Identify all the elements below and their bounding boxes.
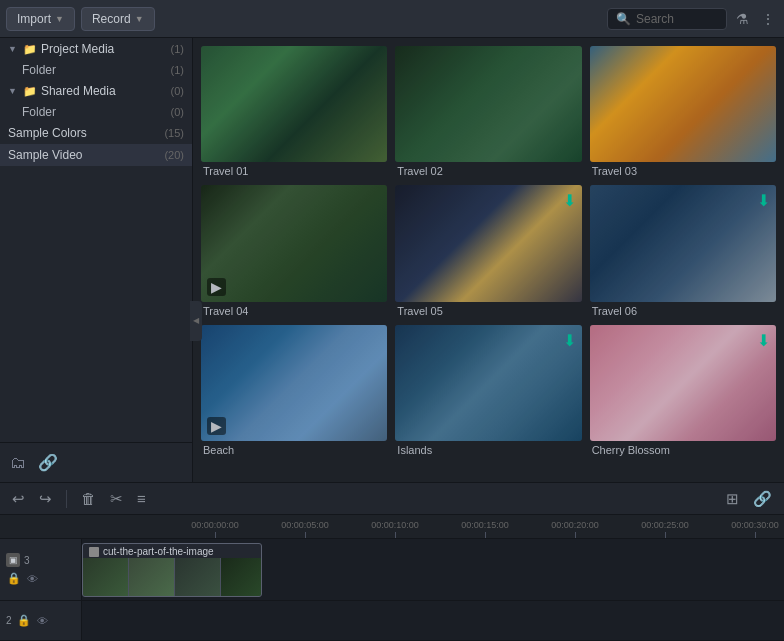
clip-header-1: cut-the-part-of-the-image	[83, 544, 261, 559]
track-visibility-button-2[interactable]: 👁	[36, 614, 49, 628]
main-content: ▼ 📁 Project Media (1) Folder (1) ▼ 📁 Sha…	[0, 38, 784, 482]
delete-button[interactable]: 🗑	[77, 488, 100, 509]
ruler-mark: 00:00:15:00	[440, 520, 530, 538]
sidebar-collapse-handle[interactable]: ◀	[190, 301, 193, 341]
media-thumb-travel01	[201, 46, 387, 162]
media-thumb-islands: ⬇	[395, 325, 581, 441]
track-clip-1[interactable]: cut-the-part-of-the-image	[82, 543, 262, 597]
media-thumb-travel05: ⬇	[395, 185, 581, 301]
project-folder-label: Folder	[22, 63, 167, 77]
undo-button[interactable]: ↩	[8, 488, 29, 510]
media-label-travel03: Travel 03	[590, 165, 776, 177]
ruler-mark: 00:00:05:00	[260, 520, 350, 538]
top-toolbar: Import ▼ Record ▼ 🔍 ⚗ ⋮	[0, 0, 784, 38]
sidebar-folder-shared[interactable]: Folder (0)	[0, 102, 192, 122]
sample-colors-label: Sample Colors	[8, 126, 160, 140]
media-label-travel05: Travel 05	[395, 305, 581, 317]
clip-frame-3	[175, 558, 221, 596]
media-label-travel06: Travel 06	[590, 305, 776, 317]
track-lock-button-1[interactable]: 🔒	[6, 571, 22, 586]
collapse-arrow-shared-icon: ▼	[8, 86, 17, 96]
ruler-label: 00:00:00:00	[191, 520, 239, 530]
track-content-2	[82, 601, 784, 640]
sidebar: ▼ 📁 Project Media (1) Folder (1) ▼ 📁 Sha…	[0, 38, 193, 482]
filter-button[interactable]: ⚗	[733, 8, 752, 30]
import-button[interactable]: Import ▼	[6, 7, 75, 31]
link-button[interactable]: 🔗	[36, 451, 60, 474]
ruler-label: 00:00:20:00	[551, 520, 599, 530]
media-thumb-travel03	[590, 46, 776, 162]
sidebar-item-project-media[interactable]: ▼ 📁 Project Media (1)	[0, 38, 192, 60]
track-lock-button-2[interactable]: 🔒	[16, 613, 32, 628]
ruler-tick	[575, 532, 576, 538]
more-options-button[interactable]: ⋮	[758, 8, 778, 30]
media-item-travel03[interactable]: Travel 03	[590, 46, 776, 177]
media-item-travel06[interactable]: ⬇Travel 06	[590, 185, 776, 316]
sidebar-item-sample-video[interactable]: Sample Video (20)	[0, 144, 192, 166]
clip-thumb-mini	[89, 547, 99, 557]
sidebar-item-shared-media[interactable]: ▼ 📁 Shared Media (0)	[0, 80, 192, 102]
track-content-1: cut-the-part-of-the-image	[82, 539, 784, 600]
track-number-1: 3	[24, 555, 30, 566]
track-thumb-icon: ▣	[6, 553, 20, 567]
properties-button[interactable]: ≡	[133, 488, 150, 509]
timeline-area: ↩ ↪ 🗑 ✂ ≡ ⊞ 🔗 00:00:00:0000:00:05:0000:0…	[0, 482, 784, 641]
ruler-mark: 00:00:00:00	[170, 520, 260, 538]
media-item-travel01[interactable]: Travel 01	[201, 46, 387, 177]
media-thumb-beach: ▶	[201, 325, 387, 441]
media-label-beach: Beach	[201, 444, 387, 456]
cut-button[interactable]: ✂	[106, 488, 127, 510]
media-label-travel02: Travel 02	[395, 165, 581, 177]
link-clips-button[interactable]: 🔗	[749, 488, 776, 510]
import-chevron-icon: ▼	[55, 14, 64, 24]
timeline-toolbar: ↩ ↪ 🗑 ✂ ≡ ⊞ 🔗	[0, 483, 784, 515]
ruler-tick	[305, 532, 306, 538]
media-thumb-cherry: ⬇	[590, 325, 776, 441]
media-label-cherry: Cherry Blossom	[590, 444, 776, 456]
download-badge-icon: ⬇	[563, 191, 576, 210]
play-icon: ▶	[207, 278, 226, 296]
ruler-tick	[665, 532, 666, 538]
folder-icon: 📁	[23, 43, 37, 56]
track-num-label-2: 2	[6, 615, 12, 626]
record-label: Record	[92, 12, 131, 26]
search-input[interactable]	[636, 12, 716, 26]
clip-frame-4	[221, 558, 261, 596]
clip-thumb-strip-1	[83, 558, 261, 596]
track-num-label: 3	[24, 555, 30, 566]
ruler-label: 00:00:25:00	[641, 520, 689, 530]
record-button[interactable]: Record ▼	[81, 7, 155, 31]
ruler-track: 00:00:00:0000:00:05:0000:00:10:0000:00:1…	[90, 515, 784, 538]
media-item-travel04[interactable]: ▶Travel 04	[201, 185, 387, 316]
import-label: Import	[17, 12, 51, 26]
ruler-mark: 00:00:20:00	[530, 520, 620, 538]
track-visibility-button-1[interactable]: 👁	[26, 572, 39, 586]
download-badge-icon: ⬇	[757, 191, 770, 210]
clip-frame-1	[83, 558, 129, 596]
media-item-cherry[interactable]: ⬇Cherry Blossom	[590, 325, 776, 456]
shared-media-label: Shared Media	[41, 84, 167, 98]
media-label-travel01: Travel 01	[201, 165, 387, 177]
track-controls-2: 2 🔒 👁	[0, 601, 82, 640]
sidebar-actions: 🗂 🔗	[0, 442, 192, 482]
redo-button[interactable]: ↪	[35, 488, 56, 510]
sidebar-folder-project[interactable]: Folder (1)	[0, 60, 192, 80]
add-track-button[interactable]: ⊞	[722, 488, 743, 510]
ruler-label: 00:00:05:00	[281, 520, 329, 530]
project-folder-count: (1)	[171, 64, 184, 76]
media-item-beach[interactable]: ▶Beach	[201, 325, 387, 456]
media-grid: Travel 01Travel 02Travel 03▶Travel 04⬇Tr…	[201, 46, 776, 456]
ruler-mark: 00:00:25:00	[620, 520, 710, 538]
shared-folder-count: (0)	[171, 106, 184, 118]
search-box: 🔍	[607, 8, 727, 30]
timeline-tracks: ▣ 3 🔒 👁 cut-the-part-of-the-image	[0, 539, 784, 641]
new-folder-button[interactable]: 🗂	[8, 451, 28, 474]
download-badge-icon: ⬇	[563, 331, 576, 350]
media-item-islands[interactable]: ⬇Islands	[395, 325, 581, 456]
project-media-count: (1)	[171, 43, 184, 55]
media-item-travel02[interactable]: Travel 02	[395, 46, 581, 177]
download-badge-icon: ⬇	[757, 331, 770, 350]
sidebar-item-sample-colors[interactable]: Sample Colors (15)	[0, 122, 192, 144]
media-item-travel05[interactable]: ⬇Travel 05	[395, 185, 581, 316]
media-thumb-travel06: ⬇	[590, 185, 776, 301]
